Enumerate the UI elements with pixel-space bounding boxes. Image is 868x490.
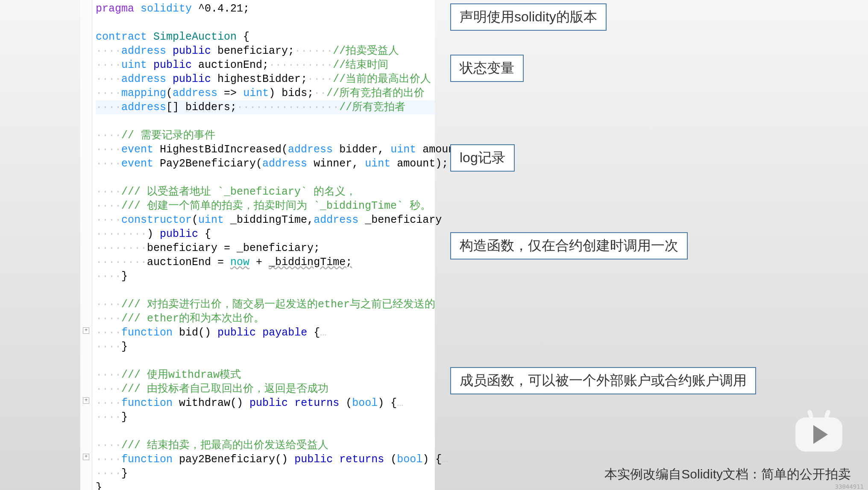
kw-solidity: solidity — [141, 3, 192, 15]
annotation-state-vars: 状态变量 — [450, 55, 524, 82]
kw: event — [121, 158, 153, 170]
comment: /// 以受益者地址 `_beneficiary` 的名义， — [121, 186, 356, 198]
type: address — [314, 214, 358, 226]
kw: returns — [339, 453, 384, 466]
stmt: beneficiary = _beneficiary; — [147, 242, 320, 254]
type: uint — [390, 143, 416, 156]
type: uint — [243, 87, 269, 99]
ident: auctionEnd; — [198, 59, 269, 71]
kw: public — [160, 228, 198, 240]
param: _biddingTime, — [230, 214, 314, 226]
comment: /// 使用withdraw模式 — [121, 369, 241, 381]
kw: returns — [294, 397, 339, 409]
type: address — [173, 87, 217, 99]
ellipsis: … — [320, 327, 326, 339]
param: amount); — [397, 158, 448, 170]
fold-icon[interactable]: + — [83, 397, 89, 404]
annotation-members: 成员函数，可以被一个外部账户或合约账户调用 — [450, 367, 756, 394]
type: address — [121, 73, 166, 85]
brace: } — [121, 270, 128, 283]
comment: //当前的最高出价人 — [333, 73, 431, 85]
kw: public — [217, 327, 256, 339]
annotation-pragma: 声明使用solidity的版本 — [450, 3, 607, 31]
comment: /// 结束拍卖，把最高的出价发送给受益人 — [121, 439, 328, 452]
kw-pragma: pragma — [96, 3, 134, 15]
type: address — [288, 143, 333, 156]
fold-icon[interactable]: + — [83, 454, 89, 460]
kw-contract: contract — [96, 31, 147, 43]
type: uint — [198, 214, 224, 226]
kw: public — [249, 397, 288, 409]
param: _beneficiary — [365, 214, 442, 226]
contract-name: SimpleAuction — [153, 31, 237, 43]
stmt: auctionEnd = — [147, 256, 230, 268]
kw: function — [121, 397, 173, 409]
brace: } — [121, 341, 128, 353]
kw: public — [173, 45, 211, 57]
type: address — [262, 158, 307, 170]
play-triangle — [813, 425, 828, 444]
comment: //结束时间 — [333, 59, 388, 71]
comment: /// 由投标者自己取回出价，返回是否成功 — [121, 383, 328, 395]
fn-name: withdraw() — [179, 397, 243, 409]
brace: { — [243, 31, 249, 43]
type: address — [121, 101, 166, 114]
comment: //所有竞拍者 — [339, 101, 405, 114]
type: bool — [352, 397, 378, 409]
kw: function — [121, 453, 173, 466]
annotation-log: log记录 — [450, 144, 515, 172]
fold-icon[interactable]: + — [83, 327, 89, 334]
fn-name: pay2Beneficiary() — [179, 453, 288, 466]
kw: function — [121, 327, 173, 339]
kw: public — [153, 59, 192, 71]
brace: { — [314, 327, 320, 339]
play-icon[interactable] — [795, 417, 842, 452]
now-kw: now — [230, 256, 249, 268]
comment: //所有竞拍者的出价 — [326, 87, 425, 99]
kw: payable — [262, 327, 307, 339]
brace: ) { — [378, 397, 397, 409]
ellipsis: … — [397, 397, 403, 409]
brace: } — [121, 411, 128, 423]
ident: ) bids; — [269, 87, 314, 99]
comment: /// ether的和为本次出价。 — [121, 312, 264, 325]
kw: public — [294, 453, 333, 466]
brace: ) { — [422, 453, 442, 466]
fn-name: bid() — [179, 327, 211, 339]
ident: highestBidder; — [217, 73, 307, 85]
footer-note: 本实例改编自Solidity文档：简单的公开拍卖 — [604, 466, 851, 483]
kw: constructor — [121, 214, 192, 226]
type: bool — [397, 453, 422, 466]
version: ^0.4.21; — [198, 3, 249, 15]
type: address — [121, 45, 166, 57]
kw: event — [121, 143, 153, 156]
kw: public — [173, 73, 211, 85]
brace: { — [205, 228, 211, 240]
code-body: pragma solidity ^0.4.21; contract Simple… — [96, 2, 435, 490]
event-name: HighestBidIncreased( — [160, 143, 288, 156]
type: uint — [365, 158, 390, 170]
comment: // 需要记录的事件 — [121, 129, 215, 142]
paren: ) — [147, 228, 153, 240]
event-name: Pay2Beneficiary( — [160, 158, 262, 170]
ellipsis: … — [442, 453, 448, 466]
comment: /// 创建一个简单的拍卖，拍卖时间为 `_biddingTime` 秒。 — [121, 200, 431, 212]
brace: } — [96, 481, 102, 490]
brace: } — [121, 467, 128, 480]
op: => — [224, 87, 237, 99]
kw: mapping — [121, 87, 166, 99]
type: uint — [121, 59, 147, 71]
ident: beneficiary; — [217, 45, 294, 57]
ident: _biddingTime; — [269, 256, 352, 268]
comment: //拍卖受益人 — [333, 45, 399, 57]
watermark: 33044911 — [835, 483, 864, 490]
annotation-constructor: 构造函数，仅在合约创建时调用一次 — [450, 232, 688, 260]
ident: [] bidders; — [166, 101, 237, 114]
code-gutter: + + + — [80, 0, 92, 490]
param: bidder, — [339, 143, 384, 156]
op: + — [249, 256, 269, 268]
comment: /// 对拍卖进行出价，随交易一起发送的ether与之前已经发送的 — [121, 298, 435, 311]
param: winner, — [314, 158, 358, 170]
code-panel: + + + pragma solidity ^0.4.21; contract … — [80, 0, 435, 490]
